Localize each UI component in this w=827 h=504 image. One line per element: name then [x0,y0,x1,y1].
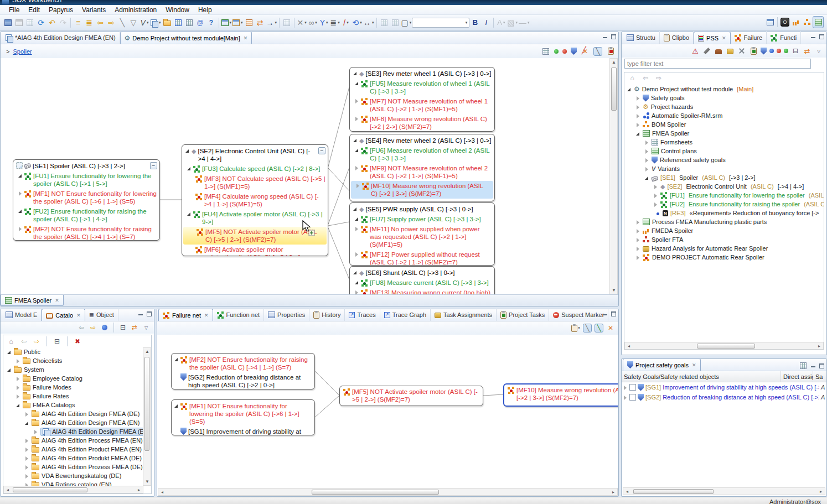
catalog-vscrollbar[interactable]: ▲ ▼ [143,347,151,486]
mf10-net-box-selected[interactable]: [MF10] Measure wrong revolution (ASIL C)… [503,383,618,407]
search-globe-icon[interactable] [100,323,109,332]
expanded-twisty[interactable] [353,71,358,76]
collapsed-twisty[interactable] [354,290,359,294]
tab-function-net[interactable]: Function net [213,309,265,321]
tab-catalogs[interactable]: Catalo✕ [42,309,85,321]
edit-assignment-icon[interactable] [799,361,808,370]
tree-item-aiag-design-en-doc[interactable]: AIAG 4th Edition Design FMEA (EN) [3,427,151,436]
tree-item-srm[interactable]: Automatic Spoiler-RM.srm [624,111,824,120]
expanded-twisty[interactable] [354,148,359,153]
collapse-all-icon[interactable]: ⊟ [791,46,800,55]
tab-trace-graph[interactable]: Trace Graph [380,309,431,321]
tree-item-aiag-product-en[interactable]: AIAG 4th Edition Product FMEA (EN) [3,445,151,454]
connection-tool-icon[interactable]: ╲ [117,17,128,29]
open-catalog-icon[interactable] [162,17,173,29]
pen-color-icon[interactable]: / [340,17,352,29]
redo-icon[interactable]: ↷ [58,17,69,29]
collapsed-twisty[interactable] [354,116,359,122]
collapse-levels-icon[interactable]: ≣ [84,17,95,29]
grid-snap-icon[interactable] [379,17,390,29]
tab-objects[interactable]: ≣Object [85,309,118,321]
menu-papyrus[interactable]: Papyrus [44,5,77,15]
tab-demo-project[interactable]: ⚙ Demo Project without test module[Main]… [120,32,252,44]
hazard-icon[interactable] [714,46,723,55]
expanded-twisty[interactable] [354,81,359,86]
mf10-selected-row[interactable]: [MF10] Measure wrong revolution (ASIL C)… [351,181,493,199]
tree-item-choicelists[interactable]: Choicelists [3,356,151,365]
tree-item-se1[interactable]: [SE1] Spoiler (ASIL C) [->3 | 2->] [624,173,824,182]
maximize-button[interactable] [147,311,152,316]
goals-hscrollbar[interactable]: ◂ ▸ [623,487,825,495]
tree-item-safety-goals[interactable]: Safety goals [624,93,824,102]
menu-administration[interactable]: Administration [110,5,161,15]
new-editor-icon[interactable] [232,17,244,29]
expanded-twisty[interactable] [353,270,358,276]
expanded-twisty[interactable] [353,206,358,212]
tree-item-employee-catalog[interactable]: Employee Catalog [3,374,151,383]
forward-icon[interactable]: ⇨ [654,74,663,82]
se4-box[interactable]: ◆[SE4] Rev meter wheel 2 (ASIL C) [->3 |… [349,134,495,201]
minimize-button[interactable] [811,363,816,368]
collapsed-twisty[interactable] [354,165,359,171]
layers-icon[interactable] [150,17,162,29]
collapsed-twisty[interactable] [354,252,359,257]
print-icon[interactable] [24,17,35,29]
tab-task-assignments[interactable]: Task Assignments [431,309,497,321]
home-icon[interactable]: ⌂ [628,74,637,82]
page-tab-fmea-spoiler[interactable]: FMEA Spoiler ✕ [1,295,64,306]
menu-help[interactable]: Help [194,5,216,15]
col-sa[interactable]: Sa [813,371,826,382]
italic-icon[interactable]: I [480,17,492,29]
col-safety-goals[interactable]: Safety Goals/Safety related objects [622,371,781,382]
font-color-icon[interactable]: A [495,17,506,29]
expanded-twisty[interactable] [174,357,179,362]
tab-project-tasks[interactable]: Project Tasks [497,309,549,321]
tree-item-hazard-analysis[interactable]: Hazard Analysis for Automatic Rear Spoil… [624,244,824,253]
email-icon[interactable]: @ [195,17,206,29]
tree-item-se2[interactable]: ◆[SE2] Electronic Control Unit (ASIL C) … [624,182,824,191]
view-menu-icon[interactable]: ▽ [814,46,823,55]
tab-pss[interactable]: PSS✕ [694,32,731,44]
fmeda-perspective-icon[interactable] [790,16,802,28]
tab-structure[interactable]: Structu [623,32,660,44]
filter-icon[interactable]: ▽ [128,17,139,29]
align-icon[interactable]: ≣ [329,17,340,29]
fmea-net-canvas[interactable]: [SE1] Spoiler (ASIL C) [->3 | 2->]− [FU1… [1,58,609,294]
telescope-icon[interactable] [702,46,711,55]
minimize-button[interactable] [138,311,143,316]
expanded-twisty[interactable] [174,403,179,409]
collapse-all-icon[interactable]: ⊟ [53,337,61,346]
tree-item-fu1[interactable]: [FU1] Ensure functionality for lowering … [624,191,824,200]
mf1-net-box[interactable]: [MF1] NOT Ensure functionality for lower… [171,399,315,435]
resize-icon[interactable]: ↔ [363,17,375,29]
expanded-twisty[interactable] [353,138,358,143]
checkbox-checked[interactable] [629,394,636,401]
close-icon[interactable]: ✕ [204,313,209,318]
tools-icon[interactable] [737,46,746,55]
delete-icon[interactable]: ✖ [73,337,82,346]
tab-failure-net[interactable]: Failure net✕ [158,309,213,321]
tree-item-formsheets[interactable]: Formsheets [624,138,824,147]
open-perspective-icon[interactable] [764,16,776,28]
close-icon[interactable]: ✕ [692,362,696,368]
collapsed-twisty[interactable] [18,226,23,232]
collapsed-twisty[interactable] [623,385,628,391]
green-dot-icon[interactable] [784,49,788,53]
line-color-icon[interactable]: — [518,17,530,29]
undo-icon[interactable]: ↶ [46,17,58,29]
red-dot-icon[interactable] [777,49,781,53]
zoom-combo[interactable] [412,18,469,28]
maximize-button[interactable] [611,34,616,39]
minimize-button[interactable] [603,311,608,316]
layout-nodes-icon[interactable]: ∞ [307,17,318,29]
expanded-twisty[interactable] [187,166,192,172]
tab-model-explorer[interactable]: Model E [2,309,42,321]
filter-box[interactable] [624,59,811,69]
green-dot-icon[interactable] [554,49,559,54]
view-menu-icon[interactable]: ▽ [142,323,151,332]
tab-failure[interactable]: Failure [731,32,767,44]
navigate-back-icon[interactable]: ⇦ [95,17,106,29]
breadcrumb-spoiler-link[interactable]: Spoiler [13,48,32,55]
back-icon[interactable]: ⇦ [641,74,650,82]
suspect-marker-icon[interactable] [606,47,615,56]
